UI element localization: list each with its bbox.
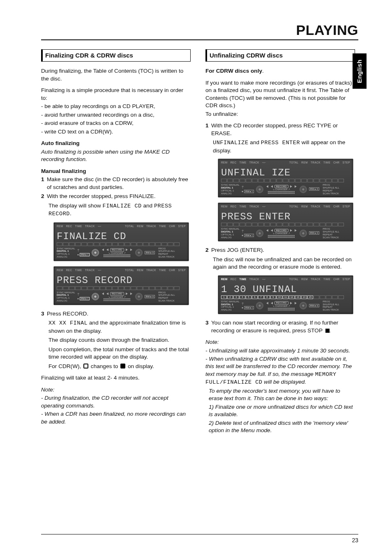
intro2: To unfinalize: — [205, 111, 355, 118]
step1-detail: UNFINALIZE and PRESS ENTER will appear o… — [213, 139, 355, 154]
t: The display will show — [48, 203, 102, 209]
step-number: 1 — [41, 176, 47, 191]
t: For CDR(W), — [48, 363, 83, 369]
section-head-finalizing: Finalizing CDR & CDRW discs — [41, 49, 191, 62]
note-item: - During finalization, the CD recorder w… — [41, 394, 191, 410]
footer-rule — [41, 534, 358, 534]
step-number: 2 — [205, 246, 211, 254]
note-head: Note: — [205, 339, 355, 346]
lcd-panel-press-enter: REMRECTIMETRACK〰TOTALREMTRACKTIMECHRSTEP… — [218, 203, 353, 242]
step-number: 3 — [41, 310, 47, 318]
lead-para: Finalizing is a simple procedure that is… — [41, 87, 191, 102]
t: and — [249, 139, 261, 145]
step3-detail-d: For CDR(W), changes to on display. — [48, 363, 191, 370]
cdrw-filled-glyph-icon — [120, 364, 125, 368]
t: will be displayed. — [263, 379, 307, 385]
bullet-item: - write CD text on a CDR(W). — [41, 128, 191, 136]
notes-list: - During finalization, the CD recorder w… — [41, 394, 191, 426]
left-column: Finalizing CDR & CDRW discs During final… — [41, 49, 191, 435]
step3-body: You can now start recording or erasing. … — [211, 319, 355, 334]
note-d: 1) Finalize one or more unfinalized disc… — [209, 403, 355, 419]
cdrw-open-glyph-icon — [83, 364, 88, 368]
step3-detail-c: Upon completion, the total number of tra… — [48, 346, 191, 361]
bullet-item: - avoid erasure of tracks on a CDRW, — [41, 120, 191, 127]
stop-icon — [325, 329, 330, 333]
step2-detail: The disc will now be unfinalized and can… — [213, 256, 355, 271]
chapter-title: PLAYING — [296, 22, 358, 38]
note-a: - Unfinalizing will take approximately 1… — [205, 347, 355, 355]
step3-body: Press RECORD. — [47, 310, 191, 318]
auto-finalizing-head: Auto finalizing — [41, 140, 191, 147]
step-number: 1 — [205, 122, 211, 137]
t: You can now start recording or erasing. … — [211, 320, 338, 333]
t: changes to — [89, 363, 120, 369]
t: and — [142, 203, 154, 209]
step2-detail: The display will show FINALIZE CD and PR… — [48, 202, 191, 218]
language-tab-label: English — [356, 59, 363, 83]
page-number: 23 — [352, 537, 358, 543]
seg-unfinalize: UNFINALIZE — [213, 140, 249, 146]
step-number: 2 — [41, 193, 47, 200]
lcd-panel-press-record: REMRECTIMETRACK〰TOTALREMTRACKTIMECHRSTEP… — [53, 266, 189, 305]
step3-detail-a: XX XX FINAL and the approximate finaliza… — [48, 319, 191, 335]
lcd-panel-unfinalize: REMRECTIMETRACK〰TOTALREMTRACKTIMECHRSTEP… — [218, 159, 353, 198]
seg-xx-final: XX XX FINAL — [48, 320, 88, 326]
language-tab: English — [353, 53, 367, 89]
t: . — [70, 210, 71, 216]
closing-para: Finalizing will take at least 2- 4 minut… — [41, 374, 191, 382]
intro-para: During finalizing, the Table of Contents… — [41, 67, 191, 83]
lcd-panel-130-unfinal: REMRECTIMETRACK〰TOTALREMTRACKTIMECHRSTEP… — [218, 275, 353, 314]
step-number: 3 — [205, 319, 211, 334]
lcd-panel-finalize: REMRECTIMETRACK〰TOTALREMTRACKTIMECHRSTEP… — [53, 222, 189, 261]
bullet-item: - be able to play recordings on a CD PLA… — [41, 103, 191, 110]
intro1: If you want to make more recordings (or … — [205, 79, 355, 110]
step1-body: Make sure the disc (in the CD recorder) … — [47, 176, 191, 191]
seg-finalize-cd: FINALIZE CD — [102, 203, 141, 209]
for-head: For CDRW discs only. — [205, 67, 355, 75]
t: on display. — [126, 363, 154, 369]
step2-body: With the recorder stopped, press FINALIZ… — [47, 193, 191, 200]
t: For CDRW discs only — [205, 68, 262, 74]
seg-press-enter: PRESS ENTER — [261, 140, 300, 146]
bullet-list: - be able to play recordings on a CD PLA… — [41, 103, 191, 136]
step2-body: Press JOG (ENTER). — [211, 246, 355, 254]
auto-finalizing-body: Auto finalizing is possible when using t… — [41, 148, 191, 164]
right-column: Unfinalizing CDRW discs For CDRW discs o… — [205, 49, 355, 435]
t: . — [330, 327, 331, 334]
step3-detail-b: The display counts down through the fina… — [48, 336, 191, 344]
note-c: To empty the recorder's text memory, you… — [209, 387, 355, 403]
step1-body: With the CD recorder stopped, press REC … — [211, 122, 355, 137]
note-b: - When unfinalizing a CDRW disc with tex… — [205, 355, 355, 387]
note-e: 2) Delete text of unfinalized discs with… — [209, 419, 355, 435]
manual-finalizing-head: Manual finalizing — [41, 168, 191, 175]
section-head-unfinalizing: Unfinalizing CDRW discs — [205, 49, 355, 62]
bullet-item: - avoid further unwanted recordings on a… — [41, 111, 191, 119]
top-rule — [41, 39, 358, 40]
note-head: Note: — [41, 386, 191, 394]
note-item: - When a CDR has been finalized, no more… — [41, 410, 191, 426]
